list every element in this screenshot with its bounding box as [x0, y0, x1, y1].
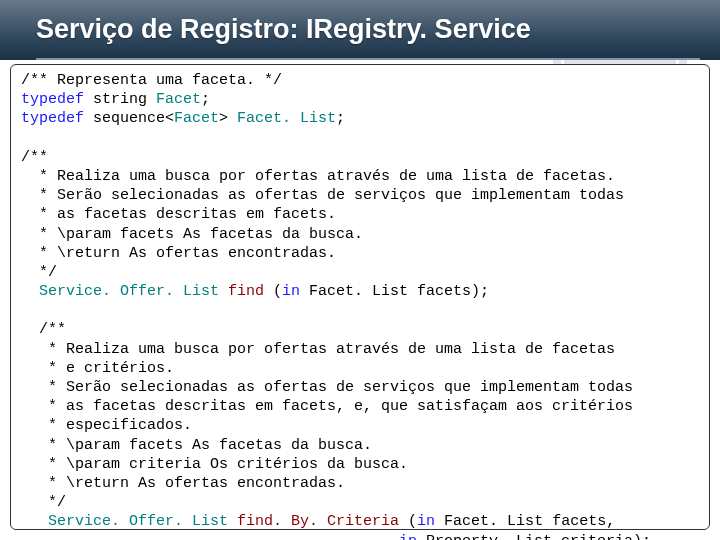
code-text: > [219, 110, 237, 127]
code-text: Facet. List facets); [300, 283, 489, 300]
code-line: * as facetas descritas em facets, e, que… [21, 398, 633, 415]
slide-title: Serviço de Registro: IRegistry. Service [36, 14, 531, 44]
code-text: ; [201, 91, 210, 108]
fn-find: find [228, 283, 264, 300]
code-line: * e critérios. [21, 360, 174, 377]
code-line: * \return As ofertas encontradas. [21, 475, 345, 492]
type-facet: Facet [156, 91, 201, 108]
keyword-typedef: typedef [21, 91, 84, 108]
code-text [21, 533, 399, 541]
type-serviceofferlist: Service. Offer. List [21, 283, 228, 300]
code-line: /** [21, 149, 48, 166]
type-serviceofferlist: Service. Offer. List [21, 513, 237, 530]
code-text: Property. List criteria); [417, 533, 651, 541]
type-facet: Facet [174, 110, 219, 127]
code-line: /** [21, 321, 66, 338]
code-line: * \param criteria Os critérios da busca. [21, 456, 408, 473]
fn-findbycriteria: find. By. Criteria [237, 513, 399, 530]
type-facetlist: Facet. List [237, 110, 336, 127]
code-line: * \param facets As facetas da busca. [21, 226, 363, 243]
slide-header: Serviço de Registro: IRegistry. Service [0, 0, 720, 60]
code-text: Facet. List facets, [435, 513, 615, 530]
code-text: ; [336, 110, 345, 127]
keyword-in: in [399, 533, 417, 541]
code-line: /** Representa uma faceta. */ [21, 72, 282, 89]
code-line: * as facetas descritas em facets. [21, 206, 336, 223]
code-line: * Serão selecionadas as ofertas de servi… [21, 187, 624, 204]
code-line: */ [21, 264, 57, 281]
code-text: ( [399, 513, 417, 530]
slide: Serviço de Registro: IRegistry. Service … [0, 0, 720, 540]
code-line: * Serão selecionadas as ofertas de servi… [21, 379, 633, 396]
code-line: * \return As ofertas encontradas. [21, 245, 336, 262]
code-box: /** Representa uma faceta. */ typedef st… [10, 64, 710, 530]
header-underline [36, 58, 700, 60]
code-line: * \param facets As facetas da busca. [21, 437, 372, 454]
code-line: * Realiza uma busca por ofertas através … [21, 341, 615, 358]
keyword-in: in [282, 283, 300, 300]
code-block: /** Representa uma faceta. */ typedef st… [21, 71, 699, 540]
code-text: string [84, 91, 156, 108]
keyword-in: in [417, 513, 435, 530]
code-text: ( [264, 283, 282, 300]
code-line: */ [21, 494, 66, 511]
code-line: * especificados. [21, 417, 192, 434]
keyword-typedef: typedef [21, 110, 84, 127]
code-line: * Realiza uma busca por ofertas através … [21, 168, 615, 185]
code-text: sequence< [84, 110, 174, 127]
